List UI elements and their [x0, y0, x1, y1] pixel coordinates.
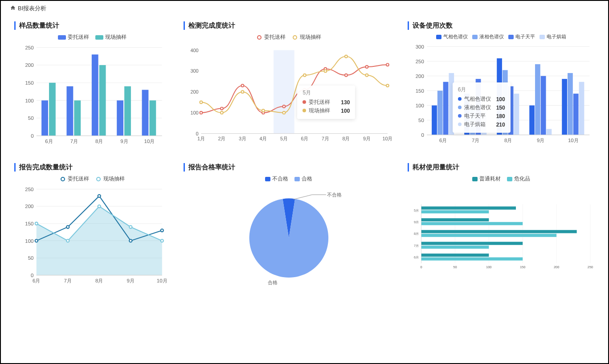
svg-rect-97: [546, 129, 552, 135]
svg-text:6月: 6月: [33, 278, 40, 283]
legend-item[interactable]: 委托送样: [58, 33, 89, 41]
svg-rect-19: [99, 65, 106, 136]
legend-consumables[interactable]: 普通耗材 危化品: [408, 175, 595, 183]
card-title: 耗材使用量统计: [408, 163, 595, 172]
card-equipment: 设备使用次数 气相色谱仪 液相色谱仪 电子天平 电子烘箱 05010015020…: [408, 21, 595, 150]
home-icon: [10, 5, 16, 12]
svg-rect-96: [541, 76, 546, 135]
legend-samples[interactable]: 委托送样 现场抽样: [14, 33, 170, 41]
legend-reports[interactable]: 委托送样 现场抽样: [14, 175, 170, 183]
legend-item[interactable]: 委托送样: [60, 175, 89, 183]
svg-text:9月: 9月: [414, 220, 419, 224]
svg-text:9月: 9月: [120, 139, 128, 144]
svg-point-126: [161, 239, 163, 242]
svg-rect-95: [535, 64, 540, 135]
legend-item[interactable]: 危化品: [507, 175, 530, 183]
svg-text:8月: 8月: [95, 139, 103, 144]
svg-text:100: 100: [486, 265, 491, 269]
legend-item[interactable]: 现场抽样: [95, 175, 125, 183]
svg-text:100: 100: [25, 238, 33, 244]
svg-rect-149: [421, 206, 516, 209]
legend-item[interactable]: 不合格: [265, 175, 288, 183]
svg-rect-79: [432, 106, 437, 135]
svg-text:6月: 6月: [301, 136, 309, 141]
svg-text:7月: 7月: [64, 278, 72, 283]
card-consumables: 耗材使用量统计 普通耗材 危化品 0501001502002505月9月8月7月…: [408, 163, 595, 289]
svg-point-46: [241, 90, 244, 93]
svg-point-41: [345, 74, 347, 77]
svg-point-47: [262, 109, 265, 112]
svg-text:7月: 7月: [414, 244, 419, 248]
legend-item[interactable]: 气相色谱仪: [436, 33, 468, 40]
svg-text:8月: 8月: [504, 138, 512, 143]
svg-text:0: 0: [196, 131, 199, 136]
svg-text:10月: 10月: [568, 138, 579, 143]
svg-text:8月: 8月: [343, 136, 350, 141]
svg-text:0: 0: [420, 265, 422, 269]
svg-text:0: 0: [421, 132, 424, 138]
breadcrumb-title: BI报表分析: [18, 4, 46, 12]
card-title: 检测完成度统计: [184, 21, 394, 30]
legend-passrate[interactable]: 不合格 合格: [184, 175, 394, 183]
svg-rect-153: [421, 222, 523, 225]
svg-rect-80: [437, 91, 443, 135]
legend-equipment[interactable]: 气相色谱仪 液相色谱仪 电子天平 电子烘箱: [408, 33, 595, 40]
svg-text:3月: 3月: [239, 136, 246, 141]
chart-equipment: 0501001502002503006月7月8月9月10月 6月 气相色谱仪10…: [408, 42, 595, 149]
card-title: 报告合格率统计: [184, 163, 394, 172]
svg-rect-92: [514, 94, 519, 135]
card-title: 报告完成数量统计: [14, 163, 170, 172]
svg-point-53: [386, 84, 389, 87]
svg-rect-21: [117, 100, 123, 135]
legend-item[interactable]: 现场抽样: [95, 33, 127, 41]
svg-rect-159: [421, 245, 489, 249]
svg-text:300: 300: [416, 44, 424, 49]
card-title: 样品数量统计: [14, 21, 170, 30]
legend-item[interactable]: 普通耗材: [472, 175, 501, 183]
svg-point-123: [66, 239, 69, 242]
svg-point-121: [161, 229, 163, 232]
svg-text:7月: 7月: [70, 139, 78, 144]
svg-text:0: 0: [31, 273, 33, 278]
svg-text:9月: 9月: [363, 136, 371, 141]
svg-point-117: [35, 239, 38, 242]
chart-completion: 01002003004001月2月3月4月5月6月7月8月9月10月 5月 委托…: [184, 43, 394, 150]
svg-rect-102: [579, 82, 584, 135]
legend-item[interactable]: 液相色谱仪: [472, 33, 504, 40]
svg-text:7月: 7月: [472, 138, 479, 143]
svg-text:2月: 2月: [218, 136, 226, 141]
svg-text:不合格: 不合格: [327, 192, 342, 197]
legend-item[interactable]: 电子烘箱: [540, 33, 566, 40]
svg-rect-152: [421, 218, 489, 221]
svg-text:250: 250: [416, 59, 424, 64]
svg-text:100: 100: [25, 98, 33, 103]
svg-rect-101: [573, 94, 579, 135]
card-samples: 样品数量统计 委托送样 现场抽样 0501001502002506月7月8月9月…: [14, 21, 170, 150]
svg-point-125: [129, 225, 132, 228]
card-title: 设备使用次数: [408, 21, 595, 30]
svg-text:0: 0: [31, 133, 33, 139]
svg-text:50: 50: [418, 118, 424, 123]
svg-point-49: [303, 74, 306, 77]
card-completion: 检测完成度统计 委托送样 现场抽样 01002003004001月2月3月4月5…: [184, 21, 394, 150]
tooltip-equipment: 6月 气相色谱仪100 液相色谱仪150 电子天平180 电子烘箱210: [453, 82, 511, 133]
legend-item[interactable]: 现场抽样: [292, 33, 321, 41]
legend-item[interactable]: 委托送样: [256, 33, 286, 41]
legend-item[interactable]: 合格: [294, 175, 312, 183]
svg-point-50: [324, 70, 327, 72]
chart-passrate: 不合格合格: [184, 184, 394, 289]
svg-point-51: [345, 55, 347, 58]
svg-rect-18: [92, 54, 98, 135]
svg-text:250: 250: [25, 187, 33, 192]
svg-text:250: 250: [25, 45, 33, 50]
svg-text:8月: 8月: [414, 232, 419, 236]
chart-reports: 0501001502002506月7月8月9月10月: [14, 184, 170, 289]
legend-item[interactable]: 电子天平: [508, 33, 535, 40]
svg-rect-15: [66, 86, 73, 136]
legend-completion[interactable]: 委托送样 现场抽样: [184, 33, 394, 41]
chart-consumables: 0501001502002505月9月8月7月6月: [408, 184, 595, 289]
svg-text:200: 200: [554, 265, 559, 269]
svg-text:9月: 9月: [127, 278, 135, 283]
svg-text:150: 150: [25, 80, 33, 86]
svg-point-38: [283, 105, 286, 108]
